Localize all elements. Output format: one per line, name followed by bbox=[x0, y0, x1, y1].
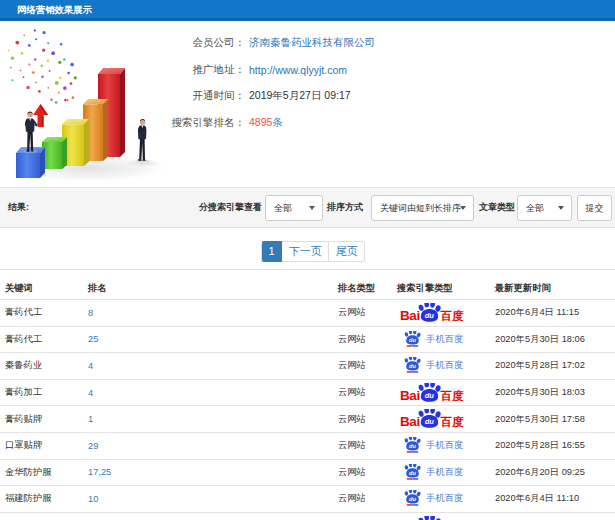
rank-count-number: 4895 bbox=[249, 116, 272, 128]
baidu-logo: Baidu百度 bbox=[400, 409, 464, 429]
engine-type-cell: du手机百度 bbox=[392, 459, 490, 486]
rank-type-cell: 云网站 bbox=[333, 300, 392, 327]
last-page-button[interactable]: 尾页 bbox=[329, 241, 365, 262]
keyword-cell: 口罩贴牌 bbox=[0, 432, 83, 459]
submit-button[interactable]: 提交 bbox=[577, 195, 612, 221]
rank-count-value: 4895条 bbox=[249, 116, 283, 130]
page-1-button[interactable]: 1 bbox=[261, 241, 282, 262]
keyword-cell: 福建防护服 bbox=[0, 486, 83, 513]
pagination-strip: 1 下一页 尾页 bbox=[0, 228, 615, 269]
mobile-baidu-label: 手机百度 bbox=[426, 359, 463, 372]
col-header-engine-type: 搜索引擎类型 bbox=[392, 270, 490, 300]
title-bar: 网络营销效果展示 bbox=[0, 0, 615, 21]
rank-link[interactable]: 1 bbox=[88, 414, 93, 424]
keyword-cell: 膏药贴牌 bbox=[0, 406, 83, 433]
svg-text:Bai: Bai bbox=[400, 414, 420, 429]
engine-filter-select[interactable]: 全部 bbox=[265, 195, 323, 221]
svg-text:百度: 百度 bbox=[440, 415, 465, 428]
baidu-logo-wrap: Baidu百度 bbox=[397, 409, 490, 429]
engine-type-cell: du手机百度 bbox=[392, 353, 490, 380]
mobile-baidu-wrap: du手机百度 bbox=[397, 464, 490, 481]
svg-text:du: du bbox=[425, 311, 435, 320]
rank-table-body: 膏药代工8云网站 Baidu百度 2020年6月4日 11:15膏药代工25云网… bbox=[0, 300, 615, 520]
company-label: 会员公司： bbox=[0, 36, 245, 50]
rank-link[interactable]: 4 bbox=[88, 361, 93, 371]
mobile-baidu-wrap: du手机百度 bbox=[397, 357, 490, 374]
rank-cell: 4 bbox=[83, 379, 333, 406]
engine-type-cell: Baidu百度 bbox=[392, 406, 490, 433]
update-time-cell: 2020年5月30日 17:58 bbox=[490, 406, 615, 433]
update-time-cell: 2020年5月30日 18:03 bbox=[490, 379, 615, 406]
mobile-baidu-label: 手机百度 bbox=[426, 492, 463, 505]
mobile-baidu-wrap: du手机百度 bbox=[397, 437, 490, 454]
rank-cell bbox=[83, 512, 333, 520]
table-row: Baidu百度 bbox=[0, 512, 615, 520]
keyword-cell: 膏药代工 bbox=[0, 326, 83, 353]
mobile-baidu-icon: du bbox=[404, 331, 421, 348]
rank-cell: 4 bbox=[83, 353, 333, 380]
engine-type-cell: Baidu百度 bbox=[392, 512, 490, 520]
summary-section: 会员公司： 济南秦鲁药业科技有限公司 推广地址： http://www.qlyy… bbox=[0, 22, 615, 187]
rank-link[interactable]: 17,25 bbox=[88, 467, 111, 477]
open-time-value: 2019年5月27日 09:17 bbox=[249, 89, 351, 103]
table-header-row: 关键词 排名 排名类型 搜索引擎类型 最新更新时间 bbox=[0, 270, 615, 300]
baidu-logo-wrap: Baidu百度 bbox=[397, 516, 490, 520]
open-time-label: 开通时间： bbox=[0, 89, 245, 103]
next-page-button[interactable]: 下一页 bbox=[282, 241, 329, 262]
rank-cell: 29 bbox=[83, 432, 333, 459]
svg-text:du: du bbox=[409, 470, 416, 476]
rank-link[interactable]: 4 bbox=[88, 388, 93, 398]
table-row: 膏药代工25云网站 du手机百度 2020年5月30日 18:06 bbox=[0, 326, 615, 353]
mobile-baidu-wrap: du手机百度 bbox=[397, 490, 490, 507]
engine-filter-label: 分搜索引擎查看 bbox=[199, 188, 262, 227]
col-header-update-time: 最新更新时间 bbox=[490, 270, 615, 300]
keyword-cell: 金华防护服 bbox=[0, 459, 83, 486]
page-title: 网络营销效果展示 bbox=[17, 1, 92, 19]
col-header-keyword: 关键词 bbox=[0, 270, 83, 300]
sort-filter-label: 排序方式 bbox=[327, 188, 363, 227]
info-row-company: 会员公司： 济南秦鲁药业科技有限公司 bbox=[0, 30, 615, 57]
keyword-cell: 膏药代工 bbox=[0, 300, 83, 327]
engine-type-cell: Baidu百度 bbox=[392, 379, 490, 406]
engine-type-cell: du手机百度 bbox=[392, 486, 490, 513]
rank-cell: 1 bbox=[83, 406, 333, 433]
rank-count-unit: 条 bbox=[272, 116, 283, 128]
article-type-select[interactable]: 全部 bbox=[517, 195, 572, 221]
rank-type-cell bbox=[333, 512, 392, 520]
keyword-cell bbox=[0, 512, 83, 520]
rank-type-cell: 云网站 bbox=[333, 406, 392, 433]
svg-text:du: du bbox=[409, 364, 416, 370]
table-row: 膏药贴牌1云网站 Baidu百度 2020年5月30日 17:58 bbox=[0, 406, 615, 433]
rank-cell: 8 bbox=[83, 300, 333, 327]
rank-link[interactable]: 25 bbox=[88, 334, 98, 344]
rank-type-cell: 云网站 bbox=[333, 353, 392, 380]
keyword-cell: 膏药加工 bbox=[0, 379, 83, 406]
info-row-url: 推广地址： http://www.qlyyjt.com bbox=[0, 57, 615, 84]
rank-cell: 25 bbox=[83, 326, 333, 353]
pagination: 1 下一页 尾页 bbox=[261, 241, 365, 262]
update-time-cell bbox=[490, 512, 615, 520]
table-row: 秦鲁药业4云网站 du手机百度 2020年5月28日 17:02 bbox=[0, 353, 615, 380]
sort-filter-select[interactable]: 关键词由短到长排序 bbox=[371, 195, 474, 221]
filter-bar: 结果: 分搜索引擎查看 全部 排序方式 关键词由短到长排序 文章类型 全部 提交 bbox=[0, 187, 615, 228]
rank-link[interactable]: 10 bbox=[88, 494, 98, 504]
promo-url-link[interactable]: http://www.qlyyjt.com bbox=[249, 64, 347, 76]
svg-text:百度: 百度 bbox=[440, 308, 465, 321]
baidu-logo-wrap: Baidu百度 bbox=[397, 383, 490, 403]
engine-type-cell: du手机百度 bbox=[392, 432, 490, 459]
rank-link[interactable]: 29 bbox=[88, 441, 98, 451]
table-row: 福建防护服10云网站 du手机百度 2020年6月4日 11:10 bbox=[0, 486, 615, 513]
svg-text:du: du bbox=[409, 497, 416, 503]
company-link[interactable]: 济南秦鲁药业科技有限公司 bbox=[249, 36, 375, 50]
svg-text:du: du bbox=[425, 390, 435, 399]
svg-text:百度: 百度 bbox=[440, 388, 465, 401]
col-header-rank: 排名 bbox=[83, 270, 333, 300]
svg-text:du: du bbox=[409, 337, 416, 343]
rank-type-cell: 云网站 bbox=[333, 459, 392, 486]
baidu-logo-wrap: Baidu百度 bbox=[397, 303, 490, 323]
table-row: 膏药代工8云网站 Baidu百度 2020年6月4日 11:15 bbox=[0, 300, 615, 327]
update-time-cell: 2020年5月30日 18:06 bbox=[490, 326, 615, 353]
rank-link[interactable]: 8 bbox=[88, 308, 93, 318]
info-row-rank-count: 搜索引擎排名： 4895条 bbox=[0, 110, 615, 137]
bar-green bbox=[42, 137, 67, 169]
